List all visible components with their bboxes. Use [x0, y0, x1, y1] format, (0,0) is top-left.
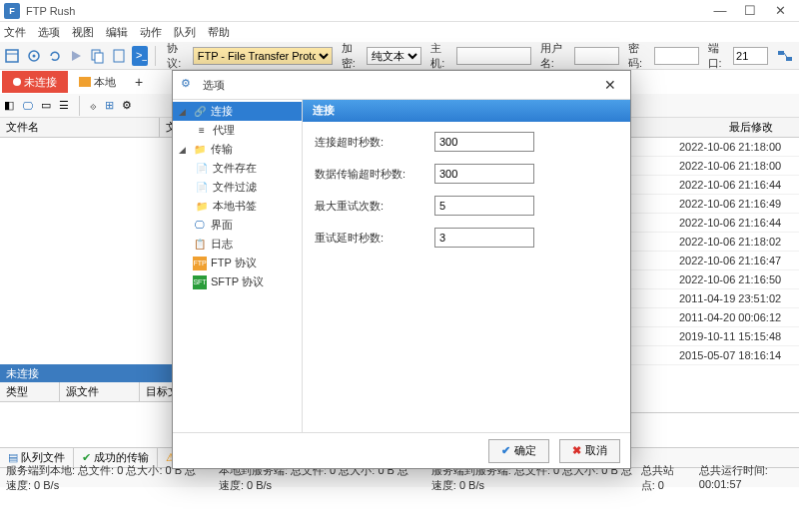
- tree-file-filter[interactable]: 📄文件过滤: [173, 178, 302, 197]
- encrypt-select[interactable]: 纯文本: [367, 47, 421, 65]
- options-dialog: ⚙ 选项 ✕ ◢🔗连接 ≡代理 ◢📁传输 📄文件存在 📄文件过滤 📁本地书签 🖵…: [172, 70, 631, 469]
- pass-label: 密码:: [628, 41, 648, 71]
- user-input[interactable]: [574, 47, 619, 65]
- menubar: 文件 选项 视图 编辑 动作 队列 帮助: [0, 22, 799, 42]
- link-icon: 🔗: [193, 105, 207, 119]
- svg-rect-6: [95, 53, 103, 63]
- menu-file[interactable]: 文件: [4, 25, 26, 40]
- svg-rect-9: [778, 51, 784, 55]
- menu-queue[interactable]: 队列: [174, 25, 196, 40]
- svg-marker-4: [72, 51, 81, 61]
- app-icon: F: [4, 3, 20, 19]
- status-runtime: 总共运行时间: 00:01:57: [699, 463, 793, 493]
- conn-timeout-input[interactable]: [434, 132, 534, 152]
- menu-help[interactable]: 帮助: [208, 25, 230, 40]
- conn-timeout-label: 连接超时秒数:: [315, 135, 434, 150]
- menu-edit[interactable]: 编辑: [106, 25, 128, 40]
- max-retry-input[interactable]: [434, 196, 534, 216]
- svg-rect-7: [114, 50, 124, 62]
- monitor-icon[interactable]: 🖵: [22, 100, 33, 112]
- col-type[interactable]: 类型: [0, 382, 60, 401]
- svg-text:>_: >_: [136, 49, 147, 61]
- col-source[interactable]: 源文件: [60, 382, 140, 401]
- tree-log[interactable]: 📋日志: [173, 235, 302, 254]
- protocol-select[interactable]: FTP - File Transfer Protocc: [193, 47, 333, 65]
- data-timeout-label: 数据传输超时秒数:: [315, 167, 434, 182]
- list-icon[interactable]: ☰: [59, 99, 69, 112]
- folder-icon[interactable]: ▭: [41, 99, 51, 112]
- data-timeout-input[interactable]: [434, 164, 534, 184]
- retry-delay-label: 重试延时秒数:: [315, 231, 434, 246]
- tree-sftp[interactable]: SFTSFTP 协议: [173, 272, 302, 291]
- tools-icon[interactable]: ⚙: [122, 99, 132, 112]
- port-input[interactable]: [733, 47, 768, 65]
- copy-icon[interactable]: [89, 46, 105, 66]
- ok-button[interactable]: ✔确定: [488, 439, 549, 463]
- sftp-icon: SFT: [193, 275, 207, 289]
- menu-options[interactable]: 选项: [38, 25, 60, 40]
- nav-icon[interactable]: ◧: [4, 99, 14, 112]
- col-filename[interactable]: 文件名: [0, 118, 160, 137]
- pass-input[interactable]: [654, 47, 699, 65]
- tree-proxy[interactable]: ≡代理: [173, 121, 302, 140]
- check-icon: ✔: [501, 444, 510, 457]
- status-sites: 总共站点: 0: [641, 463, 687, 493]
- tree-file-exists[interactable]: 📄文件存在: [173, 159, 302, 178]
- tree-icon[interactable]: ⊞: [105, 99, 114, 112]
- menu-view[interactable]: 视图: [72, 25, 94, 40]
- play-icon[interactable]: [68, 46, 84, 66]
- ftp-icon: FTP: [193, 257, 207, 270]
- options-panel: 连接 连接超时秒数: 数据传输超时秒数: 最大重试次数: 重试延时秒数:: [303, 100, 630, 432]
- panel-heading: 连接: [303, 100, 630, 122]
- menu-action[interactable]: 动作: [140, 25, 162, 40]
- dialog-titlebar: ⚙ 选项 ✕: [173, 71, 630, 99]
- cancel-button[interactable]: ✖取消: [559, 439, 620, 463]
- max-retry-label: 最大重试次数:: [315, 199, 434, 214]
- log-icon: 📋: [193, 238, 207, 252]
- tree-transfer[interactable]: ◢📁传输: [173, 140, 302, 159]
- display-icon: 🖵: [193, 219, 207, 233]
- retry-delay-input[interactable]: [434, 228, 534, 248]
- tree-ui[interactable]: 🖵界面: [173, 216, 302, 235]
- folder-icon: 📁: [193, 143, 207, 157]
- col-modified[interactable]: 最后修改: [723, 118, 779, 137]
- add-tab-button[interactable]: +: [127, 74, 151, 90]
- options-tree[interactable]: ◢🔗连接 ≡代理 ◢📁传输 📄文件存在 📄文件过滤 📁本地书签 🖵界面 📋日志 …: [173, 100, 303, 432]
- dialog-title-text: 选项: [203, 78, 598, 93]
- cross-icon: ✖: [572, 444, 581, 457]
- main-toolbar: >_ 协议: FTP - File Transfer Protocc 加密: 纯…: [0, 42, 799, 70]
- minimize-button[interactable]: —: [705, 1, 735, 21]
- file-icon: 📄: [195, 162, 209, 176]
- close-button[interactable]: ✕: [765, 1, 795, 21]
- svg-rect-0: [6, 50, 18, 62]
- maximize-button[interactable]: ☐: [735, 1, 765, 21]
- tree-ftp[interactable]: FTPFTP 协议: [173, 254, 302, 272]
- tree-connection[interactable]: ◢🔗连接: [173, 102, 302, 121]
- status-bar: 服务端到本地: 总文件: 0 总大小: 0 B 总速度: 0 B/s 本地到服务…: [0, 467, 799, 487]
- window-title: FTP Rush: [26, 5, 705, 17]
- tab-disconnected[interactable]: 未连接: [2, 71, 68, 93]
- host-label: 主机:: [430, 41, 450, 71]
- user-label: 用户名:: [540, 41, 569, 71]
- tree-bookmarks[interactable]: 📁本地书签: [173, 197, 302, 216]
- titlebar: F FTP Rush — ☐ ✕: [0, 0, 799, 22]
- encrypt-label: 加密:: [342, 41, 362, 71]
- svg-point-3: [32, 54, 35, 57]
- site-manager-icon[interactable]: [4, 46, 20, 66]
- host-input[interactable]: [456, 47, 531, 65]
- settings-icon[interactable]: [25, 46, 41, 66]
- dialog-close-button[interactable]: ✕: [598, 73, 622, 97]
- gear-icon: ⚙: [181, 77, 197, 93]
- action-icon[interactable]: ⟐: [90, 100, 97, 112]
- terminal-icon[interactable]: >_: [132, 46, 148, 66]
- refresh-icon[interactable]: [47, 46, 63, 66]
- connect-icon[interactable]: [777, 46, 795, 66]
- tab-local[interactable]: 本地: [68, 71, 127, 93]
- dialog-buttons: ✔确定 ✖取消: [173, 432, 630, 468]
- proxy-icon: ≡: [195, 124, 209, 138]
- paste-icon[interactable]: [111, 46, 127, 66]
- protocol-label: 协议:: [167, 41, 187, 71]
- port-label: 端口:: [708, 41, 728, 71]
- filter-icon: 📄: [195, 181, 209, 195]
- bookmark-icon: 📁: [195, 200, 209, 214]
